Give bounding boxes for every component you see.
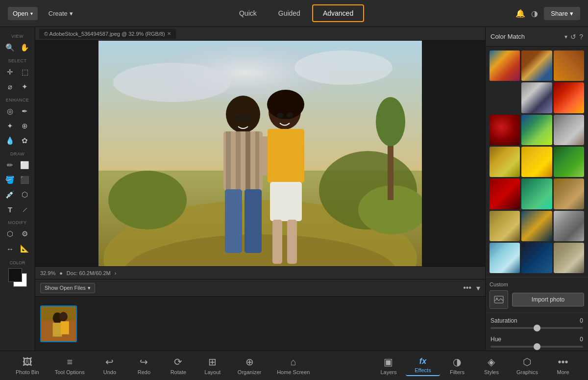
- theme-toggle-icon[interactable]: ◑: [531, 9, 538, 18]
- color-swatch-7[interactable]: [490, 115, 520, 145]
- canvas-viewport[interactable]: [35, 41, 485, 266]
- color-swatch-5[interactable]: [521, 82, 552, 113]
- view-label: VIEW: [0, 34, 35, 39]
- spot-heal-tool[interactable]: ⊕: [18, 119, 32, 133]
- panel-actions: ↺ ?: [570, 33, 583, 41]
- panel-dropdown-icon[interactable]: ▾: [564, 33, 567, 40]
- custom-import-thumb[interactable]: [490, 290, 508, 309]
- more-button[interactable]: ••• More: [546, 355, 580, 377]
- create-button[interactable]: Create ▾: [44, 7, 78, 20]
- undo-icon: ↩: [105, 356, 114, 368]
- saturation-thumb[interactable]: [534, 325, 540, 331]
- color-swatch-2[interactable]: [521, 51, 552, 81]
- color-swatch-13[interactable]: [490, 178, 520, 209]
- share-button[interactable]: Share ▾: [544, 7, 580, 20]
- color-swatch-11[interactable]: [521, 147, 552, 177]
- gradient-tool[interactable]: ⬛: [18, 173, 32, 187]
- color-swatch-4[interactable]: [490, 82, 520, 113]
- hue-slider[interactable]: [490, 346, 583, 348]
- notification-icon[interactable]: 🔔: [515, 9, 525, 18]
- type-tool[interactable]: T: [3, 203, 17, 216]
- color-swatch-14[interactable]: [521, 178, 552, 209]
- show-open-files-select[interactable]: Show Open Files ▾: [40, 283, 95, 293]
- home-screen-button[interactable]: ⌂ Home Screen: [269, 355, 318, 377]
- line-tool[interactable]: ⟋: [18, 203, 32, 216]
- zoom-tool[interactable]: 🔍: [3, 41, 17, 54]
- color-swatch-18[interactable]: [554, 211, 584, 241]
- lasso-tool[interactable]: ⌀: [3, 80, 17, 94]
- shape-tool[interactable]: ⬡: [18, 188, 32, 202]
- quick-select-tool[interactable]: ✦: [18, 80, 32, 94]
- distort-tool[interactable]: 📐: [18, 242, 32, 255]
- crop-tool[interactable]: ⬡: [3, 227, 17, 241]
- tab-advanced[interactable]: Advanced: [312, 4, 364, 22]
- perspective-tool[interactable]: ⚙: [18, 227, 32, 241]
- bin-thumb-inner: [41, 306, 76, 341]
- organizer-button[interactable]: ⊕ Organizer: [230, 354, 269, 377]
- color-swatch-19[interactable]: [490, 243, 520, 273]
- saturation-slider[interactable]: [490, 327, 583, 329]
- color-swatch-10[interactable]: [490, 147, 520, 177]
- smart-brush-tool[interactable]: ✦: [3, 119, 17, 133]
- layout-button[interactable]: ⊞ Layout: [196, 354, 230, 377]
- redo-button[interactable]: ↪ Redo: [127, 354, 161, 377]
- svg-rect-14: [226, 131, 231, 190]
- color-swatch-21[interactable]: [554, 243, 584, 273]
- open-button[interactable]: Open ▾: [8, 7, 38, 20]
- svg-rect-19: [225, 189, 242, 253]
- modify-label: MODIFY: [0, 220, 35, 225]
- move-tool[interactable]: ✛: [3, 65, 17, 79]
- color-swatch-1[interactable]: [490, 51, 520, 81]
- effects-button[interactable]: fx Effects: [406, 355, 440, 376]
- foreground-color-swatch[interactable]: [8, 268, 22, 282]
- bin-thumbnail[interactable]: [40, 305, 77, 342]
- styles-button[interactable]: ◈ Styles: [474, 354, 509, 377]
- svg-rect-28: [245, 116, 251, 121]
- dodge-tool[interactable]: 💧: [3, 134, 17, 148]
- hue-thumb[interactable]: [534, 343, 540, 350]
- straighten-tool[interactable]: ↔: [3, 242, 17, 255]
- panel-help-button[interactable]: ?: [579, 33, 583, 41]
- color-swatch-9[interactable]: [554, 115, 584, 145]
- tool-options-button[interactable]: ≡ Tool Options: [47, 355, 93, 377]
- doc-tab-close[interactable]: ✕: [167, 31, 171, 36]
- enhance-tool[interactable]: ◎: [3, 104, 17, 118]
- layers-button[interactable]: ▣ Layers: [371, 354, 406, 377]
- hand-tool[interactable]: ✋: [18, 41, 32, 54]
- filters-button[interactable]: ◑ Filters: [440, 354, 474, 377]
- color-swatch-8[interactable]: [521, 115, 552, 145]
- sponge-tool[interactable]: ✿: [18, 134, 32, 148]
- draw-tools-row3: 💉 ⬡: [3, 188, 32, 202]
- color-swatch-3[interactable]: [554, 51, 584, 81]
- clone-stamp-tool[interactable]: 💉: [3, 188, 17, 202]
- svg-point-7: [108, 171, 187, 229]
- tab-quick[interactable]: Quick: [229, 4, 267, 22]
- rotate-button[interactable]: ⟳ Rotate: [161, 354, 196, 377]
- color-swatch-16[interactable]: [490, 211, 520, 241]
- color-swatch-12[interactable]: [554, 147, 584, 177]
- color-swatch-15[interactable]: [554, 178, 584, 209]
- color-swatch-20[interactable]: [521, 243, 552, 273]
- home-screen-icon: ⌂: [291, 356, 296, 368]
- tab-guided[interactable]: Guided: [269, 4, 310, 22]
- marquee-tool[interactable]: ⬚: [18, 65, 32, 79]
- bin-collapse-button[interactable]: ▾: [476, 283, 480, 293]
- enhance-label: ENHANCE: [0, 98, 35, 102]
- svg-point-22: [267, 90, 304, 119]
- draw-tools-row2: 🪣 ⬛: [3, 173, 32, 187]
- graphics-button[interactable]: ⬡ Graphics: [509, 354, 546, 377]
- status-arrow-icon[interactable]: ›: [115, 270, 117, 276]
- paint-bucket-tool[interactable]: 🪣: [3, 173, 17, 187]
- photo-bin-button[interactable]: 🖼 Photo Bin: [8, 355, 47, 377]
- eraser-tool[interactable]: ⬜: [18, 158, 32, 172]
- eyedropper-tool[interactable]: ✒: [18, 104, 32, 118]
- panel-reset-button[interactable]: ↺: [570, 33, 576, 41]
- brush-tool[interactable]: ✏: [3, 158, 17, 172]
- color-swatch-6[interactable]: [554, 82, 584, 113]
- undo-button[interactable]: ↩ Undo: [93, 354, 127, 377]
- color-swatch-17[interactable]: [521, 211, 552, 241]
- bin-more-button[interactable]: •••: [463, 283, 471, 292]
- svg-rect-20: [245, 189, 262, 253]
- import-photo-button[interactable]: Import photo: [512, 293, 584, 306]
- styles-icon: ◈: [488, 356, 495, 368]
